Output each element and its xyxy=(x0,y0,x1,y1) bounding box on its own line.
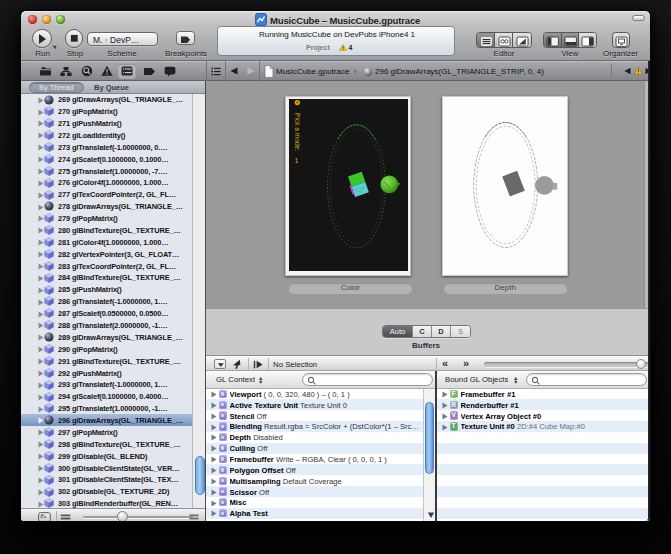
svg-text:3: 3 xyxy=(294,181,298,190)
svg-text:Pick a mode:: Pick a mode: xyxy=(294,113,301,151)
svg-text:2: 2 xyxy=(294,168,298,177)
svg-text:4: 4 xyxy=(294,193,298,202)
svg-text:1: 1 xyxy=(294,156,298,165)
